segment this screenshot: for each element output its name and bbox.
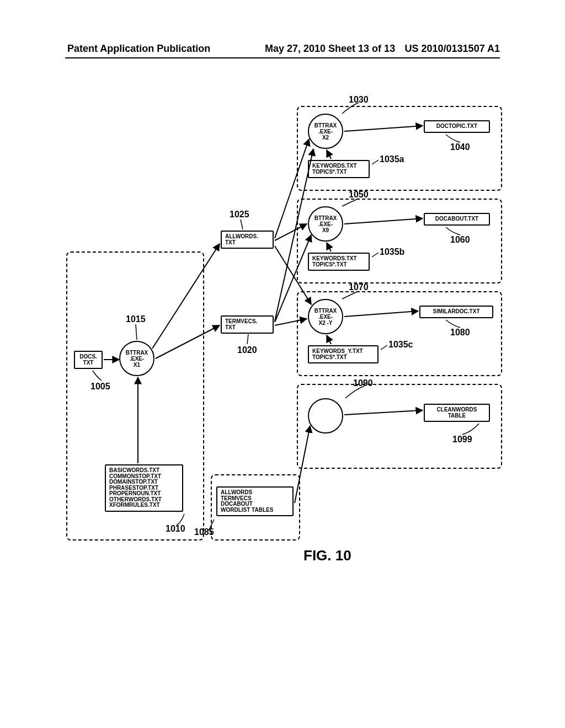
figure-caption: FIG. 10 [303, 547, 351, 564]
file-keywords-c: KEYWORDS_Y.TXTTOPICS*.TXT [308, 345, 379, 363]
header-rule [65, 57, 500, 58]
ref-1035b: 1035b [380, 247, 404, 257]
header-mid: May 27, 2010 Sheet 13 of 13 [265, 43, 395, 55]
ref-1005: 1005 [90, 382, 110, 392]
ref-1040: 1040 [450, 142, 470, 152]
header-right: US 2010/0131507 A1 [405, 43, 500, 55]
ref-1050: 1050 [349, 190, 369, 200]
file-keywords-b: KEYWORDS.TXTTOPICS*.TXT [308, 253, 370, 271]
process-bttrax-x2: BTTRAX.EXE-X2 [308, 114, 343, 149]
patent-page: Patent Application Publication May 27, 2… [0, 0, 565, 728]
ref-1020: 1020 [237, 345, 257, 355]
ref-1080: 1080 [450, 328, 470, 338]
file-wordlists: BASICWORDS.TXTCOMMONSTOP.TXTDOMAINSTOP.T… [105, 464, 183, 512]
ref-1035c: 1035c [388, 340, 413, 350]
ref-1060: 1060 [450, 235, 470, 245]
ref-1099: 1099 [452, 435, 472, 445]
process-bttrax-x2y: BTTRAX.EXE-X2 -Y [308, 299, 343, 334]
ref-1015: 1015 [126, 314, 146, 324]
file-similardoc: SIMILARDOC.TXT [419, 306, 493, 318]
ref-1030: 1030 [349, 95, 369, 105]
process-1090 [308, 398, 343, 433]
file-docs: DOCS.TXT [74, 351, 103, 369]
file-keywords-a: KEYWORDS.TXTTOPICS*.TXT [308, 160, 370, 178]
ref-1025: 1025 [230, 210, 249, 220]
file-docabout: DOCABOUT.TXT [424, 213, 490, 226]
ref-1085: 1085 [194, 527, 214, 537]
header-left: Patent Application Publication [67, 43, 210, 55]
process-bttrax-x9: BTTRAX.EXE-X9 [308, 206, 343, 242]
ref-1010: 1010 [166, 524, 185, 534]
process-bttrax-x1: BTTRAX.EXE-X1 [119, 341, 154, 376]
ref-1070: 1070 [349, 282, 369, 292]
file-tables: ALLWORDSTERMVECSDOCABOUTWORDLIST TABLES [216, 486, 294, 516]
file-doctopic: DOCTOPIC.TXT [424, 120, 490, 133]
ref-1090: 1090 [353, 378, 373, 388]
file-termvecs: TERMVECS.TXT [221, 315, 274, 334]
ref-1035a: 1035a [380, 154, 404, 164]
file-cleanwords: CLEANWORDSTABLE [424, 404, 490, 422]
figure-area: DOCS.TXT BTTRAX.EXE-X1 BASICWORDS.TXTCOM… [66, 106, 502, 580]
file-allwords: ALLWORDS.TXT [221, 231, 274, 249]
